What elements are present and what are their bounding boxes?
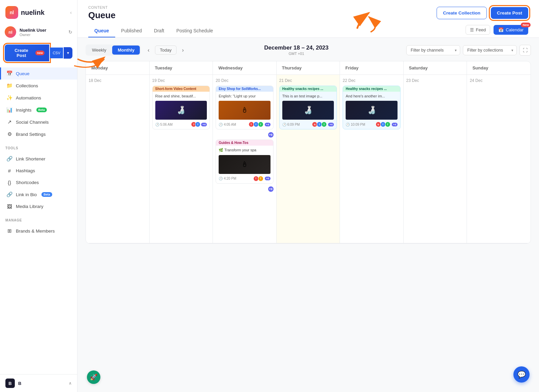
sidebar-item-collections-label: Collections (16, 83, 38, 88)
sidebar-item-link-in-bio[interactable]: 🔗 Link in Bio Beta (0, 188, 77, 201)
date-21-dec: 21 Dec (279, 78, 337, 83)
tab-posting-schedule[interactable]: Posting Schedule (170, 25, 219, 37)
post-image: 🍶 (346, 101, 398, 120)
feed-button[interactable]: ☰ Feed (466, 25, 490, 35)
sidebar-item-shortcodes-label: Shortcodes (16, 180, 39, 185)
user-section: nl Nuelink User Owner ↻ (0, 23, 77, 41)
sidebar-item-queue[interactable]: 📅 Queue (0, 67, 77, 80)
post-card-body: And here's another im... 🍶 🕐 10:09 PM (343, 92, 400, 129)
sidebar-item-brand-settings[interactable]: ⚙ Brand Settings (0, 128, 77, 140)
filter-channels-wrapper: Filter by channels (406, 45, 460, 55)
view-toggle: Weekly Monthly (86, 44, 141, 56)
brand-avatar: B (5, 379, 15, 388)
clock-icon: 🕐 (155, 123, 159, 126)
tab-queue[interactable]: Queue (88, 25, 115, 37)
chat-button[interactable]: 💬 (513, 366, 530, 383)
manage-section: ⊞ Brands & Members (0, 223, 77, 238)
logo[interactable]: nl nuelink (5, 6, 44, 19)
feed-label: Feed (476, 27, 486, 32)
date-24-dec: 24 Dec (470, 78, 528, 83)
post-meta: 🕐 4:05 AM T T T +4 (219, 122, 271, 127)
calendar-button[interactable]: 📅 Calendar New (494, 25, 528, 35)
automations-icon: ✨ (6, 95, 12, 101)
bottle-icon: 🍶 (304, 106, 313, 115)
post-card-tuesday-1[interactable]: Short-form Video Content Rise and shine,… (152, 86, 210, 129)
weekly-view-button[interactable]: Weekly (87, 46, 112, 55)
post-channel-info: T T +6 (255, 176, 271, 181)
cell-saturday: 23 Dec (404, 75, 467, 243)
sidebar-item-social-channels[interactable]: ↗ Social Channels (0, 116, 77, 128)
sidebar-collapse-button[interactable]: ‹ (70, 10, 72, 15)
calendar-label: Calendar (506, 27, 524, 32)
sidebar-item-hashtags-label: Hashtags (16, 168, 35, 173)
prev-arrow-button[interactable]: ‹ (145, 46, 152, 55)
post-time: 🕐 10:09 PM (346, 123, 365, 126)
post-tag: Healthy snacks recipes ... (280, 86, 337, 92)
sidebar-item-collections[interactable]: 📁 Collections (0, 80, 77, 92)
csv-button[interactable]: CSV (50, 48, 63, 58)
sidebar-item-media-library[interactable]: 🖼 Media Library (0, 201, 77, 212)
post-card-wednesday-1[interactable]: Etsy Shop for SoliWorks... English: "Lig… (216, 86, 274, 129)
post-avatars: T T +4 (192, 122, 207, 127)
post-card-friday-1[interactable]: Healthy snacks recipes ... And here's an… (343, 86, 401, 129)
sidebar-item-shortcodes[interactable]: {} Shortcodes (0, 177, 77, 188)
header-saturday: Saturday (404, 61, 467, 74)
date-nav-controls: ‹ Today › (145, 46, 186, 55)
post-card-wednesday-2[interactable]: Guides & How-Tos 🌿 Transform your spa 🕯 (216, 140, 274, 183)
create-post-header-button[interactable]: Create Post (491, 7, 528, 19)
post-text: And here's another im... (346, 94, 398, 99)
today-button[interactable]: Today (155, 46, 177, 55)
cell-tuesday: 19 Dec Short-form Video Content Rise and… (150, 75, 213, 243)
filter-collections-select[interactable]: Filter by collections (463, 45, 517, 55)
monthly-view-button[interactable]: Monthly (112, 46, 140, 55)
fullscreen-button[interactable]: ⛶ (519, 45, 531, 56)
create-post-section: Create Post new CSV ▾ (0, 41, 77, 66)
post-time: 🕐 6:09 PM (282, 123, 300, 126)
cell-friday: 22 Dec Healthy snacks recipes ... And he… (340, 75, 404, 243)
calendar-body: 18 Dec 19 Dec Short-form Video Content R… (86, 75, 531, 243)
sidebar-item-brands-members[interactable]: ⊞ Brands & Members (0, 225, 77, 237)
time-value: 4:20 PM (224, 177, 236, 180)
post-image-inner: 🍶 (155, 101, 207, 120)
insights-icon: 📊 (6, 107, 12, 113)
hashtags-icon: # (6, 168, 12, 174)
calendar-new-badge: New (521, 23, 531, 27)
csv-icon: CSV (53, 51, 60, 55)
link-in-bio-beta-badge: Beta (41, 192, 52, 197)
create-collection-button[interactable]: Create Collection (437, 7, 487, 19)
sidebar-item-hashtags[interactable]: # Hashtags (0, 165, 77, 177)
post-image: 🍶 (155, 101, 207, 120)
rocket-button[interactable]: 🚀 (87, 370, 100, 384)
chevron-up-icon[interactable]: ∧ (69, 381, 72, 386)
post-text: English: "Light up your (219, 94, 271, 99)
post-card-thursday-1[interactable]: Healthy snacks recipes ... This is an te… (279, 86, 337, 129)
date-19-dec: 19 Dec (152, 78, 210, 83)
shortcodes-icon: {} (6, 180, 12, 185)
sidebar-item-insights[interactable]: 📊 Insights Beta (0, 104, 77, 116)
insights-beta-badge: Beta (36, 108, 47, 112)
sidebar-item-insights-label: Insights (16, 108, 32, 113)
next-arrow-button[interactable]: › (179, 46, 186, 55)
sidebar-item-queue-label: Queue (16, 71, 30, 76)
channel-count-badge: +9 (268, 132, 274, 138)
avatar-count: +4 (392, 123, 398, 126)
refresh-icon[interactable]: ↻ (68, 29, 72, 35)
tab-actions: ☰ Feed 📅 Calendar New (466, 25, 528, 37)
sidebar-item-link-shortener[interactable]: 🔗 Link Shortener (0, 153, 77, 165)
tab-published[interactable]: Published (115, 25, 148, 37)
filter-channels-select[interactable]: Filter by channels (406, 45, 460, 55)
filter-controls: Filter by channels Filter by collections… (406, 45, 531, 56)
avatar-tiktok-2: T (195, 122, 200, 127)
sidebar-item-automations[interactable]: ✨ Automations (0, 92, 77, 104)
post-time: 🕐 5:06 AM (155, 123, 173, 126)
date-18-dec: 18 Dec (89, 78, 147, 83)
post-time: 🕐 4:20 PM (219, 177, 236, 180)
post-tag: Etsy Shop for SoliWorks... (216, 86, 273, 92)
date-range: December 18 – 24, 2023 GMT +01 (264, 44, 328, 56)
post-image: 🕯 (219, 155, 271, 174)
create-post-sidebar-button[interactable]: Create Post new (5, 44, 49, 61)
brands-members-icon: ⊞ (6, 228, 12, 234)
create-post-dropdown-button[interactable]: ▾ (64, 47, 72, 59)
user-name: Nuelink User (20, 28, 65, 33)
tab-draft[interactable]: Draft (148, 25, 170, 37)
